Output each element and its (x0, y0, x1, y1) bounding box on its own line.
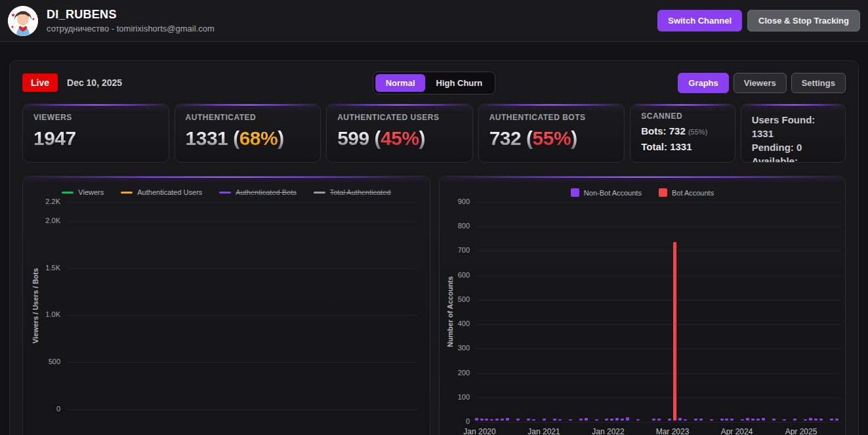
view-viewers-button[interactable]: Viewers (734, 73, 787, 93)
non-bot-bar (772, 419, 775, 421)
non-bot-bar (480, 419, 484, 421)
card-glow (479, 104, 625, 106)
scanned-bots-value: Bots: 732 (641, 125, 686, 136)
header-actions: Switch Channel Close & Stop Tracking (657, 10, 860, 31)
stat-card-label: VIEWERS (33, 113, 158, 122)
y-axis-tick: 800 (439, 222, 470, 230)
gridline (67, 268, 418, 269)
quota-card: Users Found: 1331 Pending: 0 Available: … (741, 104, 846, 163)
gridline (476, 324, 842, 325)
legend-item-authenticated-bots[interactable]: Authenticated Bots (219, 188, 296, 196)
stat-card: AUTHENTICATED BOTS732 (55%) (478, 104, 625, 163)
non-bot-bar (506, 418, 509, 421)
close-stop-tracking-button[interactable]: Close & Stop Tracking (747, 10, 860, 31)
scanned-bots-percent: (55%) (688, 128, 707, 136)
x-axis-tick: Jan 2021 (518, 427, 570, 435)
channel-info: DI_RUBENS сотрудничество - tomirixishort… (47, 8, 657, 33)
view-settings-button[interactable]: Settings (791, 73, 846, 93)
y-axis-tick: 900 (439, 197, 470, 205)
gridline (67, 362, 418, 363)
channel-subtitle: сотрудничество - tomirixishorts@gmail.co… (47, 24, 657, 33)
stream-date: Dec 10, 2025 (67, 77, 122, 88)
card-glow (327, 104, 472, 106)
avatar-illustration (8, 6, 38, 36)
scanned-card-label: SCANNED (641, 112, 724, 121)
non-bot-bar (595, 419, 598, 421)
y-axis-tick: 2.2K (28, 197, 60, 205)
y-axis-tick: 2.0K (28, 217, 60, 224)
legend-swatch (62, 192, 73, 194)
legend-label: Bot Accounts (672, 189, 714, 197)
legend-item-bot-accounts[interactable]: Bot Accounts (659, 188, 714, 197)
y-axis-tick: 400 (439, 320, 470, 327)
view-switcher: GraphsViewersSettings (678, 73, 846, 93)
non-bot-bar (543, 419, 546, 421)
view-graphs-button[interactable]: Graphs (678, 73, 729, 93)
card-glow (630, 104, 734, 106)
legend-label: Total Authenticated (330, 188, 391, 196)
y-axis-tick: 600 (439, 271, 470, 279)
non-bot-bar (636, 419, 640, 421)
card-glow (23, 176, 430, 178)
legend-item-authenticated-users[interactable]: Authenticated Users (121, 188, 202, 196)
gridline (476, 300, 842, 300)
legend-label: Authenticated Bots (236, 188, 296, 196)
non-bot-bar (532, 419, 535, 421)
churn-mode-toggle: NormalHigh Churn (373, 72, 496, 94)
quota-lines: Users Found: 1331 Pending: 0 Available: … (752, 113, 835, 163)
legend-swatch (314, 192, 325, 194)
legend-item-viewers[interactable]: Viewers (62, 188, 104, 196)
non-bot-bar (516, 419, 520, 421)
non-bot-bar (610, 419, 613, 421)
stats-row: VIEWERS1947AUTHENTICATED1331 (68%)AUTHEN… (22, 104, 846, 163)
account-age-bar-chart: Non-Bot AccountsBot Accounts900800700600… (439, 176, 846, 435)
bar-chart-legend: Non-Bot AccountsBot Accounts (440, 188, 845, 197)
stat-value-part: 732 ( (489, 127, 533, 149)
y-axis-tick: 0 (439, 417, 470, 425)
gridline (67, 409, 418, 410)
non-bot-bar (527, 419, 530, 421)
mode-high-churn-button[interactable]: High Churn (426, 74, 493, 92)
pending-line: Pending: 0 (752, 140, 835, 154)
stat-card-value: 732 (55%) (489, 127, 614, 150)
non-bot-bar (725, 419, 728, 421)
non-bot-bar (793, 419, 796, 421)
stat-card-value: 599 (45%) (337, 127, 462, 150)
card-glow (440, 176, 845, 178)
charts-row: ViewersAuthenticated UsersAuthenticated … (22, 176, 846, 435)
stat-value-part: 599 ( (337, 127, 381, 149)
non-bot-bar (475, 418, 478, 421)
switch-channel-button[interactable]: Switch Channel (657, 10, 742, 31)
y-axis-tick: 500 (28, 358, 60, 365)
users-found-line: Users Found: 1331 (752, 113, 835, 140)
non-bot-bar (668, 419, 671, 421)
non-bot-bar (652, 419, 655, 421)
non-bot-bar (553, 419, 556, 421)
legend-swatch (121, 192, 133, 194)
non-bot-bar (762, 418, 765, 421)
legend-label: Non-Bot Accounts (584, 189, 642, 197)
x-axis-tick: Apr 2024 (711, 427, 763, 435)
gridline (476, 422, 842, 423)
scanned-card: SCANNED Bots: 732 (55%) Total: 1331 (630, 104, 735, 163)
non-bot-bar (783, 419, 786, 421)
stat-value-part: 1331 ( (186, 127, 239, 149)
bot-bar (673, 242, 676, 421)
available-label-line: Available: (752, 154, 835, 163)
stat-value-part: ) (571, 127, 577, 149)
legend-swatch (659, 188, 667, 197)
scanned-bots-line: Bots: 732 (55%) (641, 125, 724, 136)
mode-normal-button[interactable]: Normal (375, 74, 426, 92)
x-axis-tick: Apr 2025 (775, 427, 827, 435)
stat-card-label: AUTHENTICATED (186, 113, 310, 122)
channel-title: DI_RUBENS (47, 8, 657, 22)
y-axis-tick: 700 (439, 246, 470, 254)
non-bot-bar (835, 419, 838, 421)
x-axis-tick: Jan 2022 (582, 427, 634, 435)
non-bot-bar (605, 419, 608, 421)
legend-item-non-bot-accounts[interactable]: Non-Bot Accounts (571, 188, 642, 197)
gridline (67, 315, 418, 316)
stat-card-label: AUTHENTICATED BOTS (489, 113, 614, 122)
y-axis-tick: 200 (439, 369, 470, 377)
legend-item-total-authenticated[interactable]: Total Authenticated (314, 188, 391, 196)
